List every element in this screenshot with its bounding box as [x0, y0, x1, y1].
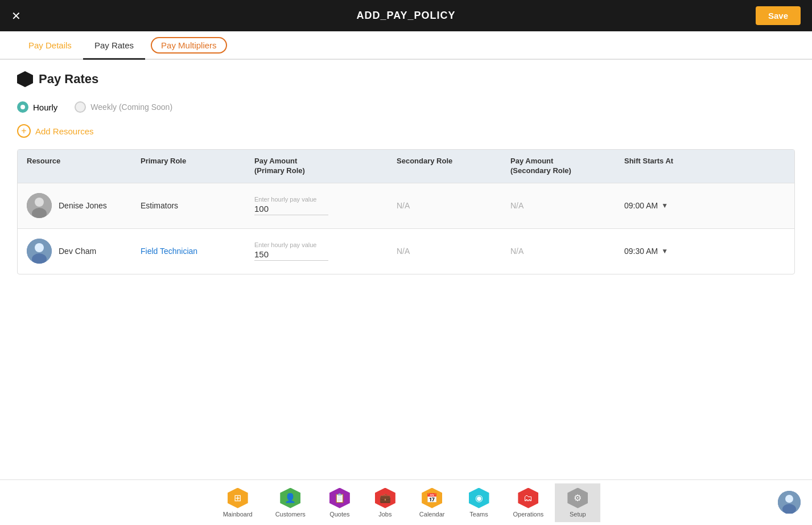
primary-role-dev: Field Technician [141, 247, 254, 256]
nav-label-teams: Teams [469, 511, 488, 518]
resource-cell-dev: Dev Cham [27, 239, 141, 264]
section-header: Pay Rates [17, 71, 795, 87]
pay-placeholder-dev: Enter hourly pay value [254, 241, 397, 248]
tab-pay-multipliers[interactable]: Pay Multipliers [151, 37, 227, 54]
user-avatar-bottom[interactable] [778, 491, 801, 514]
radio-hourly-circle[interactable] [17, 101, 28, 113]
shift-dropdown-arrow-denise[interactable]: ▼ [661, 202, 668, 210]
save-button[interactable]: Save [756, 6, 801, 25]
radio-hourly[interactable]: Hourly [17, 101, 57, 113]
nav-label-quotes: Quotes [329, 511, 349, 518]
shift-time-dev: 09:30 AM ▼ [624, 247, 738, 256]
section-title-text: Pay Rates [39, 72, 98, 87]
jobs-icon: 💼 [375, 488, 395, 508]
nav-item-customers[interactable]: 👤 Customers [264, 483, 317, 522]
pay-secondary-denise: N/A [510, 201, 624, 210]
col-header-primary-role: Primary Role [141, 157, 254, 176]
table-header-row: Resource Primary Role Pay Amount(Primary… [18, 150, 794, 183]
avatar-denise [27, 193, 52, 218]
radio-weekly[interactable]: Weekly (Coming Soon) [75, 101, 172, 113]
svg-point-1 [35, 198, 44, 207]
nav-label-operations: Operations [513, 511, 544, 518]
table-row: Dev Cham Field Technician Enter hourly p… [18, 228, 794, 274]
customers-icon: 👤 [280, 488, 300, 508]
shift-dropdown-arrow-dev[interactable]: ▼ [661, 247, 668, 255]
col-header-resource: Resource [27, 157, 141, 176]
add-circle-icon: + [17, 124, 31, 138]
pay-value-input-dev[interactable]: 150 [254, 249, 328, 261]
main-content: Pay Rates Hourly Weekly (Coming Soon) + … [0, 60, 812, 286]
section-icon [17, 71, 33, 87]
nav-label-jobs: Jobs [378, 511, 391, 518]
nav-label-setup: Setup [570, 511, 586, 518]
resource-name-dev: Dev Cham [59, 247, 96, 256]
pay-placeholder-denise: Enter hourly pay value [254, 196, 397, 203]
avatar-dev [27, 239, 52, 264]
secondary-role-denise: N/A [397, 201, 510, 210]
col-header-pay-primary: Pay Amount(Primary Role) [254, 157, 397, 176]
teams-icon: ◉ [469, 488, 489, 508]
nav-label-mainboard: Mainboard [223, 511, 253, 518]
nav-item-calendar[interactable]: 📅 Calendar [408, 483, 456, 522]
nav-item-mainboard[interactable]: ⊞ Mainboard [212, 483, 264, 522]
nav-item-setup[interactable]: ⚙ Setup [555, 483, 600, 522]
operations-icon: 🗂 [518, 488, 538, 508]
tab-pay-rates[interactable]: Pay Rates [83, 31, 145, 59]
resources-table: Resource Primary Role Pay Amount(Primary… [17, 149, 795, 274]
close-button[interactable]: ✕ [11, 9, 21, 23]
add-resources-label: Add Resources [35, 126, 94, 136]
radio-weekly-label: Weekly (Coming Soon) [90, 102, 172, 112]
tab-pay-details[interactable]: Pay Details [17, 31, 83, 59]
shift-time-value-dev: 09:30 AM [624, 247, 658, 256]
shift-time-value-denise: 09:00 AM [624, 201, 658, 210]
nav-label-customers: Customers [275, 511, 306, 518]
table-row: Denise Jones Estimators Enter hourly pay… [18, 183, 794, 228]
rate-type-radio-group: Hourly Weekly (Coming Soon) [17, 101, 795, 113]
tab-bar: Pay Details Pay Rates Pay Multipliers [0, 31, 812, 60]
nav-item-operations[interactable]: 🗂 Operations [502, 483, 555, 522]
radio-hourly-label: Hourly [33, 102, 57, 112]
pay-amount-primary-denise: Enter hourly pay value 100 [254, 196, 397, 215]
pay-amount-primary-dev: Enter hourly pay value 150 [254, 241, 397, 261]
col-header-pay-secondary: Pay Amount(Secondary Role) [510, 157, 624, 176]
calendar-icon: 📅 [422, 488, 442, 508]
col-header-shift: Shift Starts At [624, 157, 738, 176]
svg-point-7 [785, 495, 793, 503]
primary-role-denise: Estimators [141, 201, 254, 210]
setup-icon: ⚙ [567, 488, 588, 508]
bottom-navigation: ⊞ Mainboard 👤 Customers 📋 Quotes 💼 Jobs … [0, 479, 812, 525]
header-title: ADD_PAY_POLICY [356, 10, 455, 22]
secondary-role-dev: N/A [397, 247, 510, 256]
pay-secondary-dev: N/A [510, 247, 624, 256]
radio-weekly-circle[interactable] [75, 101, 86, 113]
shift-time-denise: 09:00 AM ▼ [624, 201, 738, 210]
col-header-secondary-role: Secondary Role [397, 157, 510, 176]
resource-name-denise: Denise Jones [59, 201, 107, 210]
resource-cell-denise: Denise Jones [27, 193, 141, 218]
svg-point-4 [35, 243, 44, 252]
quotes-icon: 📋 [329, 488, 350, 508]
pay-value-input-denise[interactable]: 100 [254, 204, 328, 215]
nav-item-jobs[interactable]: 💼 Jobs [362, 483, 408, 522]
nav-item-teams[interactable]: ◉ Teams [456, 483, 502, 522]
mainboard-icon: ⊞ [228, 488, 248, 508]
app-header: ✕ ADD_PAY_POLICY Save [0, 0, 812, 31]
nav-item-quotes[interactable]: 📋 Quotes [317, 483, 362, 522]
nav-label-calendar: Calendar [419, 511, 445, 518]
add-resources-button[interactable]: + Add Resources [17, 124, 795, 138]
